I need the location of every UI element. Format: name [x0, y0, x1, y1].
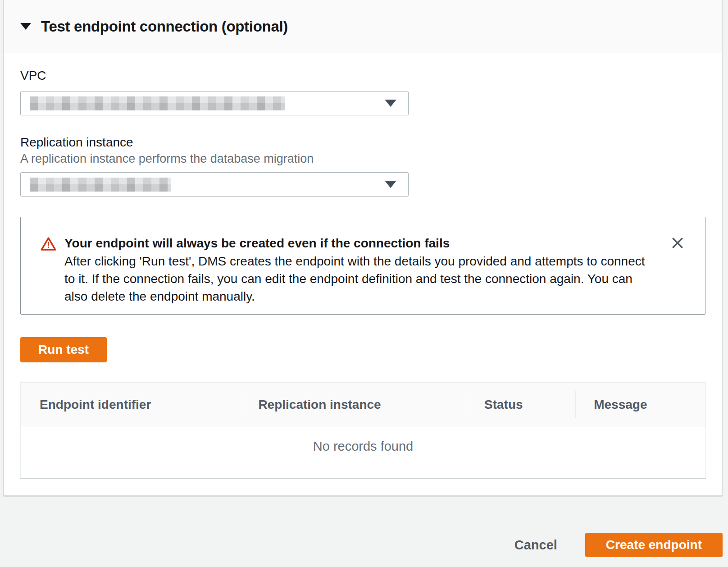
- table-body: No records found: [21, 427, 705, 478]
- empty-state-message: No records found: [21, 427, 705, 454]
- column-header-message: Message: [575, 391, 705, 418]
- column-header-endpoint-identifier: Endpoint identifier: [21, 391, 240, 418]
- replication-instance-label: Replication instance: [20, 135, 705, 150]
- cancel-button[interactable]: Cancel: [514, 538, 557, 553]
- create-endpoint-button[interactable]: Create endpoint: [585, 533, 723, 557]
- warning-triangle-icon: [41, 237, 56, 253]
- page-title: Test endpoint connection (optional): [41, 18, 288, 35]
- chevron-down-icon: [385, 100, 396, 107]
- panel-header: Test endpoint connection (optional): [4, 0, 722, 53]
- warning-alert-title: Your endpoint will always be created eve…: [64, 234, 668, 252]
- vpc-label: VPC: [20, 69, 705, 83]
- test-endpoint-connection-panel: Test endpoint connection (optional) VPC …: [4, 0, 722, 496]
- footer-actions: Cancel Create endpoint: [0, 496, 728, 557]
- column-header-replication-instance: Replication instance: [240, 391, 466, 418]
- chevron-down-icon: [385, 181, 396, 188]
- vpc-field: VPC: [20, 69, 705, 115]
- test-results-table: Endpoint identifier Replication instance…: [20, 382, 706, 478]
- table-header-row: Endpoint identifier Replication instance…: [21, 383, 705, 427]
- vpc-redacted-value: [30, 96, 285, 110]
- replication-instance-description: A replication instance performs the data…: [20, 151, 705, 166]
- warning-alert-body: After clicking 'Run test', DMS creates t…: [64, 252, 655, 305]
- replication-instance-field: Replication instance A replication insta…: [20, 135, 705, 197]
- column-header-status: Status: [466, 391, 575, 418]
- collapse-triangle-icon[interactable]: [20, 23, 31, 30]
- warning-alert-content: Your endpoint will always be created eve…: [64, 234, 668, 305]
- run-test-button[interactable]: Run test: [20, 337, 107, 362]
- vpc-select[interactable]: [20, 91, 409, 115]
- replication-instance-select[interactable]: [20, 172, 409, 197]
- panel-body: VPC Replication instance A replication i…: [4, 53, 722, 478]
- warning-alert: Your endpoint will always be created eve…: [20, 217, 705, 315]
- replication-instance-redacted-value: [30, 178, 171, 192]
- close-icon[interactable]: [668, 235, 687, 252]
